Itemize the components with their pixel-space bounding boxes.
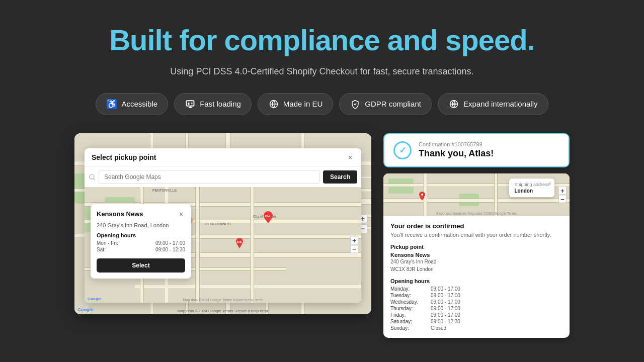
fast-loading-icon	[185, 99, 196, 110]
hours-row-4: Friday:09:00 - 17:00	[390, 312, 562, 318]
hours-day-1: Tuesday:	[390, 293, 431, 298]
svg-marker-20	[237, 244, 242, 248]
badge-fast-loading-label: Fast loading	[200, 100, 241, 108]
search-input[interactable]	[99, 170, 320, 184]
hours-day-6: Sunday:	[390, 325, 431, 331]
google-logo: Google	[77, 307, 93, 312]
order-zoom-controls: + −	[558, 187, 567, 203]
badge-fast-loading[interactable]: Fast loading	[174, 93, 252, 115]
order-zoom-out[interactable]: −	[558, 195, 567, 203]
store-address-1: 240 Gray's Inn Road	[390, 258, 562, 265]
svg-marker-23	[420, 197, 425, 201]
order-map-bg: Shipping address London × + − Keyboard s…	[383, 173, 570, 216]
hours-day-5: Saturday:	[390, 319, 431, 324]
inner-label-2: CLERKENWELL	[205, 222, 231, 226]
modal-close-btn[interactable]: ×	[346, 153, 354, 161]
inner-zoom-out[interactable]: −	[350, 245, 358, 253]
shipping-popup-close[interactable]: ×	[548, 180, 551, 187]
svg-rect-0	[187, 101, 194, 106]
shipping-popup-title: Shipping address	[514, 182, 549, 187]
badge-made-in-eu[interactable]: Made in EU	[258, 93, 333, 115]
confirmation-section: ✓ Confirmation #100765799 Thank you, Atl…	[383, 133, 570, 338]
badges-row: ♿ Accessible Fast loading Made in EU	[96, 93, 548, 115]
hours-row-0: Monday:09:00 - 17:00	[390, 286, 562, 292]
svg-point-12	[90, 174, 94, 179]
pickup-point-section: Pickup point Kensons News 240 Gray's Inn…	[390, 244, 562, 273]
popup-hours-row-1: Mon - Fri: 09:00 - 17:00	[97, 240, 185, 246]
store-name: Kensons News	[390, 252, 562, 258]
inner-pin-3: DHL	[235, 237, 244, 250]
inner-pin-2: DHL	[263, 211, 273, 225]
hours-time-0: 09:00 - 17:00	[431, 286, 460, 292]
shipping-popup: Shipping address London ×	[509, 178, 554, 197]
hours-row-6: Sunday:Closed	[390, 325, 562, 331]
thank-you-text: Thank you, Atlas!	[419, 148, 494, 159]
map-container: PENTONVILLE CLERKENWELL Universityof Lon…	[74, 133, 371, 314]
inner-google-logo: Google	[88, 297, 102, 301]
popup-store-name: Kensons News	[97, 210, 143, 218]
hours-row-1: Tuesday:09:00 - 17:00	[390, 293, 562, 298]
hero-section: Built for compliance and speed. Using PC…	[0, 0, 644, 133]
popup-header: Kensons News ×	[97, 210, 185, 218]
hours-day-2: Wednesday:	[390, 299, 431, 305]
popup-hours-day-2: Sat:	[97, 247, 106, 252]
popup-address: 240 Gray's Inn Road, London	[97, 222, 185, 228]
accessible-icon: ♿	[106, 99, 117, 110]
gdpr-icon	[350, 99, 361, 110]
svg-point-24	[421, 194, 423, 196]
svg-text:DHL: DHL	[265, 215, 272, 218]
order-confirmed-title: Your order is confirmed	[390, 222, 562, 230]
popup-hours-title: Opening hours	[97, 232, 185, 238]
order-road-v2	[494, 173, 498, 216]
opening-hours-label: Opening hours	[390, 278, 562, 284]
popup-hours-time-2: 09:00 - 12:30	[155, 247, 185, 252]
check-circle: ✓	[393, 141, 412, 159]
confirmation-header: ✓ Confirmation #100765799 Thank you, Atl…	[383, 133, 570, 167]
modal-search-row: Search	[85, 167, 361, 187]
hero-subtitle: Using PCI DSS 4.0-Certified Shopify Chec…	[170, 66, 473, 77]
inner-road-v3	[251, 187, 254, 303]
badge-gdpr-compliant[interactable]: GDPR compliant	[339, 93, 432, 115]
modal-title-row: Select pickup point ×	[85, 148, 361, 167]
inner-zoom-in[interactable]: +	[350, 236, 358, 244]
badge-expand-internationally[interactable]: Expand internationally	[438, 93, 548, 115]
inner-road-v2	[195, 187, 200, 303]
hours-time-6: Closed	[431, 325, 446, 331]
badge-expand-label: Expand internationally	[463, 100, 538, 108]
modal-title: Select pickup point	[92, 153, 156, 161]
order-card: Shipping address London × + − Keyboard s…	[383, 173, 570, 338]
order-map-area: Shipping address London × + − Keyboard s…	[383, 173, 570, 216]
hours-time-1: 09:00 - 17:00	[431, 293, 460, 298]
modal-map-area: PENTONVILLE CLERKENWELL University of Lo…	[85, 187, 361, 303]
hours-day-0: Monday:	[390, 286, 431, 292]
pickup-modal: Select pickup point × Search	[85, 148, 361, 303]
page-title: Built for compliance and speed.	[109, 24, 535, 56]
pickup-info-popup: Kensons News × 240 Gray's Inn Road, Lond…	[91, 204, 191, 279]
order-road-h2	[383, 199, 570, 203]
search-button[interactable]: Search	[323, 170, 357, 184]
select-button[interactable]: Select	[97, 258, 185, 273]
map-attribution: Map data ©2024 Google Terms Report a map…	[178, 309, 269, 313]
confirmation-text: Confirmation #100765799 Thank you, Atlas…	[419, 141, 494, 159]
store-address-2: WC1X 8JR London	[390, 265, 562, 273]
hours-day-4: Friday:	[390, 312, 431, 318]
made-in-eu-icon	[268, 99, 279, 110]
order-number: Confirmation #100765799	[419, 141, 494, 147]
hours-day-3: Thursday:	[390, 306, 431, 311]
hours-time-5: 09:00 - 12:30	[431, 319, 460, 324]
hours-row-3: Thursday:09:00 - 17:00	[390, 306, 562, 311]
inner-road-h4	[165, 252, 361, 258]
popup-hours-row-2: Sat: 09:00 - 12:30	[97, 247, 185, 252]
order-zoom-in[interactable]: +	[558, 187, 567, 195]
badge-accessible-label: Accessible	[121, 100, 157, 108]
badge-gdpr-label: GDPR compliant	[365, 100, 421, 108]
hours-time-4: 09:00 - 17:00	[431, 312, 460, 318]
hours-row-2: Wednesday:09:00 - 17:00	[390, 299, 562, 305]
badge-made-in-eu-label: Made in EU	[283, 100, 323, 108]
hours-table: Monday:09:00 - 17:00Tuesday:09:00 - 17:0…	[390, 286, 562, 331]
badge-accessible[interactable]: ♿ Accessible	[96, 93, 168, 115]
screenshots-row: PENTONVILLE CLERKENWELL Universityof Lon…	[0, 133, 644, 338]
inner-attribution: Map data ©2024 Google Terms Report a map…	[183, 298, 263, 302]
popup-close-btn[interactable]: ×	[177, 210, 185, 218]
pickup-point-label: Pickup point	[390, 244, 562, 250]
